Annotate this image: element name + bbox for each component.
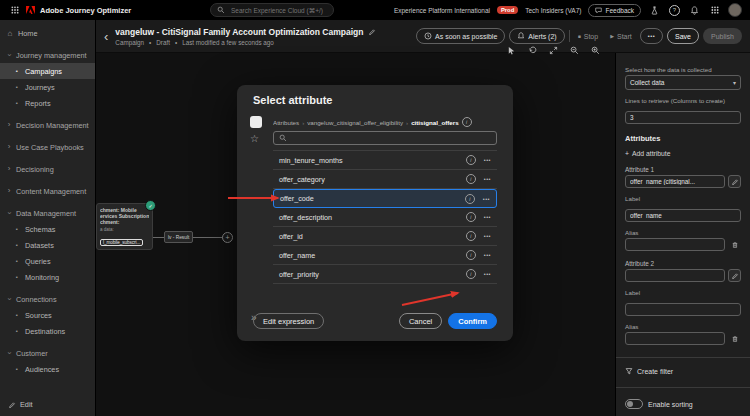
sidebar-item-queries[interactable]: ▪ Queries <box>0 253 95 269</box>
page-title: vangeluw - CitiSignal Family Account Opt… <box>115 27 363 37</box>
add-attribute-button[interactable]: + Add attribute <box>625 150 741 157</box>
help-icon[interactable]: ? <box>668 4 681 17</box>
avatar[interactable] <box>728 3 742 17</box>
attribute-row-min-tenure-months[interactable]: min_tenure_months i ••• <box>273 151 497 170</box>
add-activity-button[interactable]: + <box>222 232 233 243</box>
sidebar-item-audiences[interactable]: ▪ Audiences <box>0 361 95 377</box>
more-options-icon[interactable]: ••• <box>484 271 491 277</box>
home-icon: ⌂ <box>6 29 14 38</box>
flask-icon[interactable] <box>648 4 661 17</box>
undo-icon[interactable] <box>526 44 538 56</box>
info-icon[interactable]: i <box>466 269 476 279</box>
attribute-2-label-field[interactable] <box>625 303 741 316</box>
sidebar-group-data-management[interactable]: › Data Management <box>0 205 95 221</box>
attribute-search[interactable] <box>273 131 497 145</box>
info-icon[interactable]: i <box>466 155 476 165</box>
edit-expression-button[interactable]: Edit expression <box>253 313 324 329</box>
attribute-row-offer-priority[interactable]: offer_priority i ••• <box>273 265 497 284</box>
info-icon[interactable]: i <box>466 212 476 222</box>
cursor-icon[interactable] <box>505 44 517 56</box>
alerts-button[interactable]: Alerts (2) <box>509 28 564 44</box>
enrichment-activity-node[interactable]: ✓ chment: Mobile ervices Subscription ch… <box>96 203 153 250</box>
more-options-icon[interactable]: ••• <box>484 176 491 182</box>
info-icon[interactable]: i <box>466 174 476 184</box>
create-filter-button[interactable]: Create filter <box>625 367 741 375</box>
favorites-star-icon[interactable]: ☆ <box>250 134 259 144</box>
attribute-row-offer-category[interactable]: offer_category i ••• <box>273 170 497 189</box>
attribute-1-alias-field[interactable] <box>625 238 725 251</box>
confirm-button[interactable]: Confirm <box>448 313 497 329</box>
expand-icon[interactable] <box>547 44 559 56</box>
sidebar-item-reports[interactable]: ▪ Reports <box>0 95 95 111</box>
menu-grid-icon[interactable] <box>8 4 21 17</box>
sidebar-item-home[interactable]: ⌂ Home <box>0 25 95 41</box>
chevron-down-icon: › <box>5 350 13 356</box>
attribute-1-label-field[interactable] <box>625 209 741 222</box>
org-name[interactable]: Experience Platform International <box>394 7 490 14</box>
attribute-row-offer-code[interactable]: offer_code i ••• <box>273 189 497 208</box>
enable-sorting-toggle[interactable] <box>625 399 643 409</box>
stop-button[interactable]: ■ Stop <box>574 28 602 44</box>
info-icon[interactable]: i <box>465 194 475 204</box>
schemas-icon: ▪ <box>13 226 21 232</box>
sidebar-group-journey-management[interactable]: › Journey management <box>0 47 95 63</box>
sidebar-group-content-management[interactable]: › Content Management <box>0 183 95 199</box>
more-options-icon[interactable]: ••• <box>484 157 491 163</box>
publish-button[interactable]: Publish <box>703 28 742 44</box>
attribute-search-input[interactable] <box>291 134 491 143</box>
save-button[interactable]: Save <box>667 28 699 44</box>
schedule-button[interactable]: As soon as possible <box>416 28 505 44</box>
cancel-button[interactable]: Cancel <box>399 313 442 329</box>
delete-attribute-icon[interactable] <box>728 332 741 345</box>
sidebar-item-destinations[interactable]: ▪ Destinations <box>0 323 95 339</box>
more-options-icon[interactable]: ••• <box>484 233 491 239</box>
start-button[interactable]: ▶ Start <box>606 28 636 44</box>
collect-data-select[interactable]: Collect data ▾ <box>625 75 741 90</box>
attribute-row-offer-description[interactable]: offer_description i ••• <box>273 208 497 227</box>
attribute-row-offer-id[interactable]: offer_id i ••• <box>273 227 497 246</box>
sidebar-group-customer[interactable]: › Customer <box>0 345 95 361</box>
app-switcher-icon[interactable] <box>708 4 721 17</box>
attribute-1-value-field[interactable] <box>625 175 725 188</box>
more-options-icon[interactable]: ••• <box>484 252 491 258</box>
sidebar-group-decisioning[interactable]: › Decisioning <box>0 161 95 177</box>
sidebar-item-journeys[interactable]: ▪ Journeys <box>0 79 95 95</box>
attribute-row-offer-name[interactable]: offer_name i ••• <box>273 246 497 265</box>
feedback-button[interactable]: Feedback <box>588 4 641 17</box>
edit-title-icon[interactable] <box>368 28 376 36</box>
sandbox-name[interactable]: Tech Insiders (VA7) <box>525 7 581 14</box>
sidebar-group-decision-management[interactable]: › Decision Management <box>0 117 95 133</box>
schema-info-icon[interactable]: i <box>462 117 472 127</box>
sidebar-item-campaigns[interactable]: ▪ Campaigns <box>0 63 95 79</box>
sidebar-item-monitoring[interactable]: ▪ Monitoring <box>0 269 95 285</box>
global-search[interactable] <box>210 3 334 17</box>
lines-to-retrieve-field[interactable] <box>625 111 741 124</box>
sidebar-group-use-case-playbooks[interactable]: › Use Case Playbooks <box>0 139 95 155</box>
sidebar-item-datasets[interactable]: ▪ Datasets <box>0 237 95 253</box>
dataset-chip[interactable]: l_mobile_subscri... <box>100 239 143 246</box>
attribute-2-alias-field[interactable] <box>625 332 725 345</box>
edit-nav-button[interactable]: Edit <box>8 400 33 409</box>
zoom-out-icon[interactable] <box>568 44 580 56</box>
more-options-icon[interactable]: ••• <box>484 214 491 220</box>
breadcrumb-schema[interactable]: vangeluw_citisignal_offer_eligibility <box>307 119 403 126</box>
edit-attribute-icon[interactable] <box>728 269 741 282</box>
notifications-icon[interactable] <box>688 4 701 17</box>
more-options-icon[interactable]: ••• <box>483 196 490 202</box>
more-actions-button[interactable]: ••• <box>640 28 663 44</box>
delete-attribute-icon[interactable] <box>728 238 741 251</box>
sidebar-item-schemas[interactable]: ▪ Schemas <box>0 221 95 237</box>
attribute-2-value-field[interactable] <box>625 269 725 282</box>
attributes-tab-icon[interactable] <box>250 116 262 128</box>
back-button[interactable]: ‹ <box>104 30 108 43</box>
edit-attribute-icon[interactable] <box>728 175 741 188</box>
info-icon[interactable]: i <box>466 250 476 260</box>
select-attribute-dialog: Select attribute ☆ » Attributes › vangel… <box>237 85 513 341</box>
breadcrumb-attributes[interactable]: Attributes <box>273 119 299 126</box>
info-icon[interactable]: i <box>466 231 476 241</box>
sidebar-group-connections[interactable]: › Connections <box>0 291 95 307</box>
search-input[interactable] <box>229 6 327 15</box>
chevron-down-icon: › <box>5 210 13 216</box>
zoom-in-icon[interactable] <box>589 44 601 56</box>
sidebar-item-sources[interactable]: ▪ Sources <box>0 307 95 323</box>
